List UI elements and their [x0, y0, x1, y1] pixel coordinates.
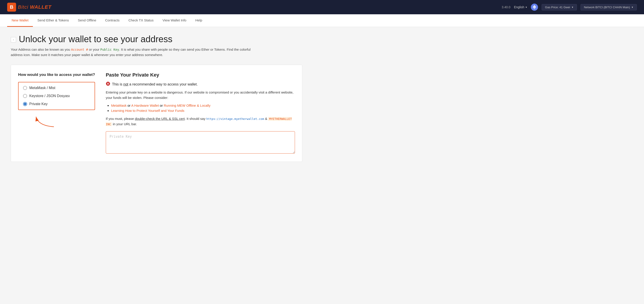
- list-item-alternatives: MetaMask or A Hardware Wallet or Running…: [111, 104, 295, 107]
- nav-item-send-ether[interactable]: Send Ether & Tokens: [33, 14, 73, 27]
- warning-row: This is not a recommended way to access …: [106, 81, 295, 87]
- private-key-input[interactable]: [106, 131, 295, 153]
- radio-private-key[interactable]: [23, 102, 27, 106]
- network-label: Network BITCI (BITCI CHAIN Main): [584, 5, 630, 9]
- ssl-note-pre: If you must, please: [106, 117, 135, 121]
- left-panel: How would you like to access your wallet…: [18, 72, 95, 154]
- ssl-end: in your URL bar.: [112, 122, 137, 126]
- warning-circle-icon: [106, 81, 110, 87]
- page-title: Unlock your wallet to see your address: [19, 34, 172, 44]
- logo-text: Bitci WALLET: [18, 4, 52, 10]
- right-panel-heading: Paste Your Private Key: [106, 72, 295, 78]
- language-chevron-icon: ▼: [525, 6, 527, 8]
- link-metamask[interactable]: MetaMask: [111, 104, 126, 107]
- gas-price-label: Gas Price: 41 Gwei: [545, 5, 570, 9]
- nav-item-view-wallet[interactable]: View Wallet Info: [158, 14, 191, 27]
- network-button[interactable]: Network BITCI (BITCI CHAIN Main) ▼: [580, 4, 637, 10]
- ssl-underline: double-check the URL & SSL cert: [135, 117, 185, 121]
- nav-item-new-wallet[interactable]: New Wallet: [7, 14, 33, 27]
- option-metamask-label: MetaMask / Mist: [29, 86, 55, 90]
- header-right: 3.40.0 English ▼ Gas Price: 41 Gwei ▼ Ne…: [502, 3, 637, 11]
- list-text-or1: or: [128, 104, 131, 107]
- option-metamask[interactable]: MetaMask / Mist: [23, 86, 90, 90]
- logo-area: B Bitci WALLET: [7, 3, 52, 12]
- title-row: - Unlock your wallet to see your address: [11, 34, 302, 44]
- version-label: 3.40.0: [502, 5, 510, 9]
- warning-post: a recommended way to access your wallet.: [128, 82, 198, 86]
- collapse-button[interactable]: -: [11, 37, 16, 42]
- ssl-note-post: . It should say: [185, 117, 206, 121]
- option-private-key[interactable]: Private Key: [23, 102, 90, 106]
- nav-item-send-offline[interactable]: Send Offline: [73, 14, 100, 27]
- link-mew-offline[interactable]: Running MEW Offline & Locally: [164, 104, 210, 107]
- selection-arrow-icon: [32, 115, 58, 128]
- ssl-url: https://vintage.myetherwallet.com: [206, 117, 264, 121]
- ssl-amp: &: [264, 117, 268, 121]
- main-nav: New Wallet Send Ether & Tokens Send Offl…: [0, 14, 644, 27]
- radio-metamask[interactable]: [23, 86, 27, 90]
- warning-pre: This is: [112, 82, 124, 86]
- wallet-options-box: MetaMask / Mist Keystore / JSON Dosyası …: [18, 82, 95, 110]
- right-panel: Paste Your Private Key This is not a rec…: [106, 72, 295, 154]
- list-text-or2: or: [160, 104, 164, 107]
- warning-text: This is not a recommended way to access …: [112, 82, 198, 86]
- subtitle-text-2: or your: [88, 47, 100, 51]
- page-subtitle: Your Address can also be known as you Ac…: [11, 47, 257, 58]
- option-private-key-label: Private Key: [29, 102, 48, 106]
- subtitle-account-highlight: Account #: [71, 48, 88, 51]
- main-content: - Unlock your wallet to see your address…: [0, 27, 313, 169]
- language-label: English: [514, 5, 524, 9]
- option-keystore[interactable]: Keystore / JSON Dosyası: [23, 94, 90, 98]
- link-hardware-wallet[interactable]: A Hardware Wallet: [131, 104, 159, 107]
- header: B Bitci WALLET 3.40.0 English ▼ Gas Pric…: [0, 0, 644, 14]
- left-panel-heading: How would you like to access your wallet…: [18, 72, 95, 77]
- alternatives-list: MetaMask or A Hardware Wallet or Running…: [106, 104, 295, 113]
- gas-chevron-icon: ▼: [571, 6, 574, 8]
- subtitle-text-1: Your Address can also be known as you: [11, 47, 71, 51]
- access-card: How would you like to access your wallet…: [11, 65, 302, 162]
- nav-item-check-tx[interactable]: Check TX Status: [124, 14, 158, 27]
- ssl-note: If you must, please double-check the URL…: [106, 116, 295, 127]
- radio-keystore[interactable]: [23, 94, 27, 98]
- nav-item-contracts[interactable]: Contracts: [100, 14, 124, 27]
- gas-price-button[interactable]: Gas Price: 41 Gwei ▼: [542, 4, 577, 10]
- logo-icon: B: [7, 3, 16, 12]
- warning-description: Entering your private key on a website i…: [106, 90, 295, 100]
- list-item-learning: Learning How to Protect Yourself and You…: [111, 109, 295, 113]
- arrow-area: [18, 115, 95, 128]
- language-selector[interactable]: English ▼: [514, 5, 528, 9]
- nav-item-help[interactable]: Help: [191, 14, 206, 27]
- link-learning[interactable]: Learning How to Protect Yourself and You…: [111, 109, 184, 113]
- warning-underline: not: [124, 82, 128, 86]
- subtitle-pubkey-highlight: Public Key: [100, 48, 119, 51]
- ethereum-icon: [531, 3, 538, 11]
- option-keystore-label: Keystore / JSON Dosyası: [29, 94, 70, 98]
- network-chevron-icon: ▼: [631, 6, 634, 8]
